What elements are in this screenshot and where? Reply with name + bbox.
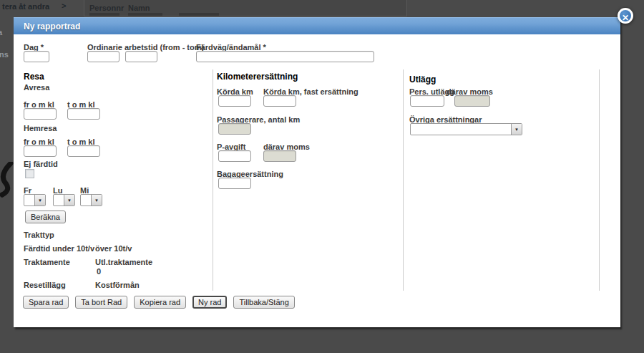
lu-select[interactable]: ▼: [53, 194, 75, 206]
background-row-fragment: [89, 13, 119, 16]
dialog-titlebar: Ny rapportrad: [14, 17, 620, 34]
chevron-down-icon: ▼: [511, 124, 522, 135]
hemresa-from-input[interactable]: [24, 145, 57, 157]
background-nav-item: tera åt andra: [2, 2, 49, 11]
utlagg-moms-input: [454, 95, 490, 107]
utl-traktamente-label: Utl.traktamente: [95, 258, 152, 266]
berakna-button[interactable]: Beräkna: [25, 211, 66, 223]
resa-header: Resa: [24, 72, 44, 82]
pers-utlagg-input[interactable]: [410, 95, 444, 107]
avresa-tom-input[interactable]: [67, 108, 100, 120]
fardvag-input[interactable]: [196, 51, 374, 62]
traktamente-label: Traktamente: [24, 258, 70, 266]
p-avgift-input[interactable]: [218, 150, 251, 162]
ej-fardtid-label: Ej färdtid: [24, 160, 58, 168]
background-row-fragment: [179, 13, 219, 16]
background-table: Personnr Namn: [84, 0, 407, 16]
arbetstid-from-input[interactable]: [87, 51, 119, 62]
trakttyp-label: Trakttyp: [24, 231, 54, 239]
background-glyph: [0, 162, 14, 198]
kostforman-label: Kostförmån: [95, 281, 140, 289]
dialog-title: Ny rapportrad: [24, 18, 80, 35]
column-divider: [599, 69, 600, 291]
utlagg-header: Utlägg: [409, 74, 436, 84]
background-text-fragment: a: [0, 28, 2, 37]
ny-rad-button[interactable]: Ny rad: [192, 296, 227, 309]
dialog-button-row: Spara rad Ta bort Rad Kopiera rad Ny rad…: [23, 296, 295, 309]
ovriga-ersattningar-select[interactable]: ▼: [410, 123, 522, 135]
hemresa-label: Hemresa: [24, 124, 57, 132]
ta-bort-rad-button[interactable]: Ta bort Rad: [75, 296, 127, 309]
ej-fardtid-checkbox[interactable]: [25, 169, 34, 178]
dag-input[interactable]: [24, 51, 49, 62]
arbetstid-tom-input[interactable]: [125, 51, 157, 62]
korda-km-input[interactable]: [218, 95, 251, 107]
utl-traktamente-value: 0: [97, 267, 101, 276]
fardtid-under-label: Färdtid under 10t/v: [24, 244, 94, 253]
resetillagg-label: Resetillägg: [24, 281, 66, 289]
hemresa-tom-input[interactable]: [67, 145, 100, 157]
p-avgift-moms-input: [263, 150, 296, 162]
korda-km-fast-input[interactable]: [263, 95, 296, 107]
fr-select[interactable]: ▼: [24, 194, 46, 206]
new-report-row-dialog: Ny rapportrad ✕ Dag * Ordinarie arbetsti…: [14, 17, 620, 327]
column-divider: [213, 69, 213, 291]
chevron-right-icon: >: [62, 1, 66, 10]
background-text-fragment: ns: [0, 50, 9, 59]
close-icon[interactable]: ✕: [618, 8, 633, 24]
chevron-down-icon: ▼: [91, 195, 102, 205]
chevron-down-icon: ▼: [64, 195, 74, 205]
background-column-header: Namn: [128, 4, 150, 12]
mi-select[interactable]: ▼: [80, 194, 102, 206]
over-10tv-label: över 10t/v: [95, 244, 132, 253]
kilometer-header: Kilometerersättning: [217, 72, 298, 82]
avresa-from-input[interactable]: [24, 108, 57, 120]
kopiera-rad-button[interactable]: Kopiera rad: [134, 296, 186, 309]
column-divider: [403, 69, 404, 291]
passagerare-input: [218, 123, 251, 135]
background-row-fragment: [128, 13, 162, 16]
tillbaka-stang-button[interactable]: Tillbaka/Stäng: [233, 296, 294, 309]
background-column-header: Personnr: [89, 4, 124, 12]
spara-rad-button[interactable]: Spara rad: [23, 296, 69, 309]
chevron-down-icon: ▼: [34, 195, 45, 205]
avresa-label: Avresa: [24, 83, 49, 92]
bagage-input[interactable]: [218, 178, 251, 189]
